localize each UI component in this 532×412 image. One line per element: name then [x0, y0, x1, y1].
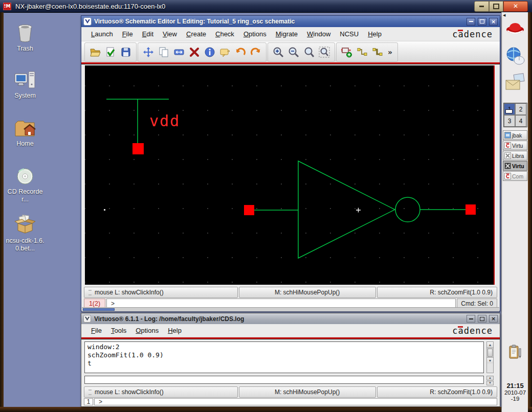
desktop-icon-label: System — [4, 92, 46, 100]
web-browser-button[interactable] — [505, 47, 525, 68]
desktop-icon-ncsu-cdk[interactable]: ncsu-cdk-1.6.0.bet... — [4, 214, 46, 253]
log-input-field[interactable] — [84, 376, 484, 384]
schematic-canvas[interactable]: vdd — [85, 65, 495, 285]
schematic-menubar: Launch File Edit View Create Check Optio… — [81, 27, 500, 41]
nx-maximize-button[interactable] — [489, 1, 503, 12]
nx-window-titlebar[interactable]: !M NX-jbaker@coen-lx0.boisestate.edu:117… — [0, 0, 532, 13]
menu-window[interactable]: Window — [302, 29, 335, 39]
zoom-out-button[interactable] — [286, 45, 301, 59]
log-line: t — [87, 359, 481, 368]
log-input-spinner[interactable]: ▲ ▼ — [486, 376, 494, 385]
menu-create[interactable]: Create — [182, 29, 211, 39]
hscroll-thumb[interactable] — [83, 308, 115, 311]
menu-edit[interactable]: Edit — [138, 29, 158, 39]
vscroll-thumb[interactable] — [487, 349, 493, 357]
log-vscrollbar[interactable]: ▲ ▼ — [486, 341, 494, 373]
panel-hide-arrow-icon[interactable]: ◀ — [503, 13, 505, 17]
menu-tools[interactable]: Tools — [106, 325, 131, 336]
schematic-close-button[interactable]: × — [489, 18, 498, 26]
zoom-fit-button[interactable] — [317, 45, 331, 59]
menu-file[interactable]: File — [118, 29, 138, 39]
mouse-left-binding: mouse L: showClickInfo() — [84, 386, 238, 398]
desktop-icon-label: ncsu-cdk-1.6.0.bet... — [4, 237, 46, 253]
desktop-icon-trash[interactable]: Trash — [4, 21, 46, 53]
cadence-logo: cadence — [452, 29, 493, 39]
zoom-in-button[interactable] — [271, 45, 285, 59]
workspace-2[interactable]: 2 — [515, 103, 526, 115]
create-wide-wire-button[interactable] — [370, 45, 385, 59]
menu-migrate[interactable]: Migrate — [271, 29, 302, 39]
window-list-item-command[interactable]: Com — [503, 171, 527, 181]
open-folder-icon — [89, 46, 101, 58]
virtuoso-app-icon — [83, 315, 92, 323]
menu-options[interactable]: Options — [131, 325, 163, 336]
workspace-3[interactable]: 3 — [504, 115, 515, 127]
cd-icon — [14, 167, 36, 187]
create-narrow-wire-button[interactable] — [355, 45, 369, 59]
zoom-button[interactable] — [302, 45, 316, 59]
spin-up-icon[interactable]: ▲ — [486, 376, 494, 380]
clock-date-line2: -19 — [502, 396, 528, 402]
desktop-icon-label: CD Recorder... — [4, 188, 46, 203]
descend-button[interactable] — [218, 45, 232, 59]
save-button[interactable] — [119, 45, 133, 59]
mouse-left-binding: mouse L: showClickInfo() — [84, 287, 238, 298]
log-close-button[interactable]: × — [489, 315, 498, 323]
scroll-up-icon[interactable]: ▲ — [487, 342, 493, 348]
log-minimize-button[interactable] — [467, 315, 475, 323]
delete-button[interactable] — [187, 45, 202, 59]
notes-applet-button[interactable] — [508, 344, 522, 361]
email-envelope-icon — [504, 73, 526, 91]
log-command-input[interactable]: > — [94, 398, 497, 405]
main-menu-redhat-button[interactable] — [505, 20, 525, 39]
desktop-icon-label: Trash — [4, 45, 46, 53]
menu-file[interactable]: File — [86, 325, 106, 336]
nx-close-button[interactable]: ✕ — [503, 1, 528, 12]
menu-ncsu[interactable]: NCSU — [335, 29, 363, 39]
menu-launch[interactable]: Launch — [86, 29, 118, 39]
scroll-down-icon[interactable]: ▼ — [487, 357, 493, 363]
redo-button[interactable] — [249, 45, 263, 59]
desktop-icon-system[interactable]: System — [4, 70, 46, 100]
properties-button[interactable] — [203, 45, 217, 59]
desktop-icon-home[interactable]: Home — [4, 118, 46, 148]
open-button[interactable] — [88, 45, 102, 59]
log-maximize-button[interactable] — [478, 315, 486, 323]
window-list-item-virtuoso[interactable]: Virtu — [503, 141, 527, 150]
move-button[interactable] — [141, 45, 156, 59]
menu-help[interactable]: Help — [363, 29, 386, 39]
window-list-item-terminal[interactable]: jbak — [503, 130, 527, 140]
undo-button[interactable] — [233, 45, 248, 59]
schematic-maximize-button[interactable] — [478, 18, 486, 26]
undo-icon — [234, 46, 247, 58]
toolbar-overflow-button[interactable]: » — [386, 49, 394, 56]
menu-options[interactable]: Options — [239, 29, 271, 39]
copy-button[interactable] — [157, 45, 171, 59]
stretch-button[interactable] — [172, 45, 186, 59]
workspace-4[interactable]: 4 — [515, 115, 526, 127]
window-list-item-virtuoso-active[interactable]: Virtu — [503, 161, 527, 171]
window-list-label: Virtu — [512, 143, 523, 149]
log-titlebar[interactable]: Virtuoso® 6.1.1 - Log: /home/faculty/jba… — [81, 313, 500, 324]
schematic-titlebar[interactable]: Virtuoso® Schematic Editor L Editing: Tu… — [81, 16, 500, 27]
schematic-window-icon — [504, 163, 511, 169]
ring-osc-schematic: vdd — [85, 65, 494, 285]
email-button[interactable] — [504, 73, 526, 94]
create-instance-button[interactable] — [340, 45, 354, 59]
schematic-minimize-button[interactable] — [467, 18, 475, 26]
wallpaper-edge-left — [0, 12, 4, 412]
schematic-hscrollbar[interactable] — [82, 307, 499, 311]
spin-down-icon[interactable]: ▼ — [486, 381, 494, 385]
workspace-switcher: 1 2 3 4 — [503, 103, 527, 127]
menu-check[interactable]: Check — [211, 29, 239, 39]
zoom-out-icon — [287, 46, 300, 58]
nx-minimize-button[interactable] — [474, 1, 489, 12]
check-and-save-button[interactable] — [103, 45, 118, 59]
menu-help[interactable]: Help — [163, 325, 186, 336]
menu-view[interactable]: View — [158, 29, 182, 39]
virtuoso-app-icon — [83, 17, 92, 26]
desktop-icon-cd-recorder[interactable]: CD Recorder... — [4, 167, 46, 203]
workspace-1[interactable]: 1 — [504, 103, 515, 115]
clock-applet[interactable]: 21:15 2010-07 -19 — [502, 382, 528, 402]
window-list-item-library[interactable]: Libra — [503, 151, 527, 161]
